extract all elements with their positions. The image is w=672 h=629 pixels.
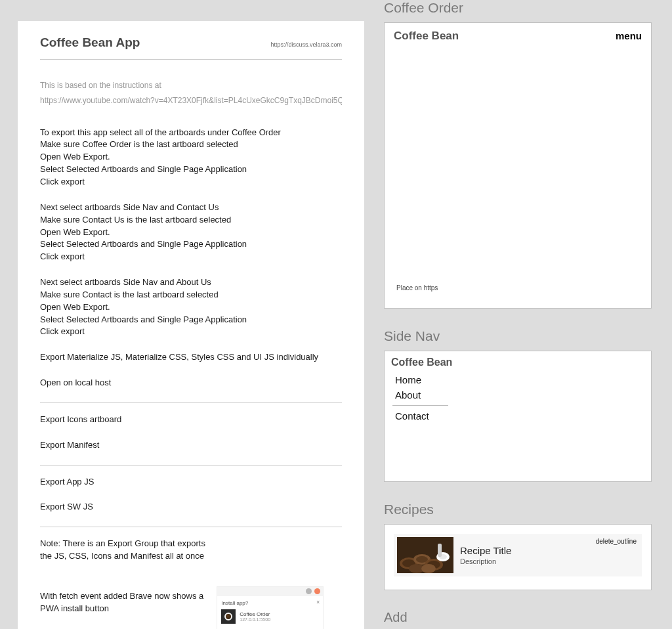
step-line: Export App JS (40, 476, 342, 488)
artboard-side-nav[interactable]: Coffee Bean Home About Contact (384, 351, 652, 482)
app-name: Coffee Order (240, 611, 270, 617)
doc-title: Coffee Bean App (40, 35, 140, 50)
artboard-coffee-order[interactable]: Coffee Bean menu Place on https (384, 22, 652, 309)
step-line: Open Web Export. (40, 301, 342, 314)
recipe-title: Recipe Title (460, 545, 511, 556)
step-line: Select Selected Artboards and Single Pag… (40, 238, 342, 251)
sidenav-item-about[interactable]: About (391, 387, 644, 402)
export-manifest: Export Manifest (40, 439, 342, 452)
divider (40, 527, 342, 527)
artboard-label-recipes: Recipes (384, 502, 653, 517)
browser-icon (306, 588, 312, 594)
intro-block: This is based on the instructions at htt… (40, 78, 342, 108)
export-sw-js: Export SW JS (40, 501, 342, 513)
step-line: Select Selected Artboards and Single Pag… (40, 314, 342, 326)
export-app-js: Export App JS (40, 476, 342, 488)
svg-point-11 (421, 564, 436, 573)
artboard-label-side-nav: Side Nav (384, 328, 653, 344)
install-question: Install app? (221, 600, 319, 606)
recipe-card[interactable]: Recipe Title Description delete_outline (394, 534, 642, 576)
pwa-row: With fetch event added Brave now shows a… (40, 590, 342, 629)
step-line: Open Web Export. (40, 227, 342, 239)
delete-icon[interactable]: delete_outline (596, 538, 637, 545)
artboard-recipes[interactable]: Recipe Title Description delete_outline (384, 524, 652, 590)
step-line: Open Web Export. (40, 151, 342, 163)
step-line: Export Manifest (40, 439, 342, 452)
browser-icon (314, 588, 320, 594)
step-line: Open on local host (40, 377, 342, 389)
doc-link[interactable]: https://discuss.velara3.com (270, 41, 342, 48)
instructions-document: Coffee Bean App https://discuss.velara3.… (18, 21, 364, 629)
pwa-install-screenshot: × Install app? Coffee Order 127.0.0.1:55… (217, 586, 324, 629)
step-block-1: To export this app select all of the art… (40, 127, 342, 188)
pwa-text: With fetch event added Brave now shows a… (40, 590, 203, 615)
recipe-description: Description (460, 557, 511, 565)
step-block-2: Next select artboards Side Nav and Conta… (40, 202, 342, 263)
note-line: Note: There is an Export Group that expo… (40, 538, 211, 550)
app-header: Coffee Bean menu (394, 30, 642, 43)
step-block-3: Next select artboards Side Nav and About… (40, 276, 342, 338)
step-line: Click export (40, 326, 342, 338)
steps-section: To export this app select all of the art… (40, 127, 342, 389)
step-line: Export Materialize JS, Materialize CSS, … (40, 351, 342, 364)
step-line: Next select artboards Side Nav and About… (40, 276, 342, 289)
recipe-text: Recipe Title Description (460, 545, 511, 565)
sidenav-divider (392, 405, 448, 406)
close-icon[interactable]: × (316, 599, 320, 605)
sidenav-item-home[interactable]: Home (391, 372, 644, 387)
step-line: Export Icons artboard (40, 414, 342, 426)
artboards-column: Coffee Order Coffee Bean menu Place on h… (384, 0, 653, 629)
app-info-row: Coffee Order 127.0.0.1:5500 (221, 609, 319, 624)
menu-button[interactable]: menu (616, 30, 642, 41)
step-line: To export this app select all of the art… (40, 127, 342, 139)
note-block: Note: There is an Export Group that expo… (40, 538, 211, 563)
export-icons: Export Icons artboard (40, 414, 342, 426)
step-block-4: Export Materialize JS, Materialize CSS, … (40, 351, 342, 364)
step-line: Click export (40, 251, 342, 263)
app-title: Coffee Bean (394, 30, 459, 43)
step-line: Select Selected Artboards and Single Pag… (40, 163, 342, 176)
intro-url[interactable]: https://www.youtube.com/watch?v=4XT23X0F… (40, 93, 342, 108)
app-address: 127.0.0.1:5500 (240, 617, 270, 622)
step-line: With fetch event added Brave now shows a (40, 590, 203, 603)
sidenav-title: Coffee Bean (391, 357, 644, 368)
place-on-https-label: Place on https (396, 284, 438, 292)
step-line: Make sure Contact is the last artboard s… (40, 289, 342, 301)
app-icon (221, 609, 236, 624)
step-line: Make sure Contact Us is the last artboar… (40, 214, 342, 227)
step-line: Export SW JS (40, 501, 342, 513)
step-block-5: Open on local host (40, 377, 342, 389)
artboard-label-coffee-order: Coffee Order (384, 0, 653, 16)
install-popup: × Install app? Coffee Order 127.0.0.1:55… (217, 596, 323, 629)
divider (40, 402, 342, 403)
sidenav-item-contact[interactable]: Contact (391, 408, 644, 423)
divider (40, 465, 342, 466)
step-line: PWA install button (40, 603, 203, 615)
svg-rect-10 (438, 544, 442, 557)
browser-toolbar (217, 587, 323, 596)
step-line: Click export (40, 176, 342, 188)
step-line: Make sure Coffee Order is the last artbo… (40, 139, 342, 151)
intro-text: This is based on the instructions at (40, 78, 342, 93)
doc-header: Coffee Bean App https://discuss.velara3.… (40, 35, 342, 60)
coffee-bean-icon (224, 613, 232, 620)
artboard-label-add: Add (384, 610, 653, 625)
step-line: Next select artboards Side Nav and Conta… (40, 202, 342, 214)
note-line: the JS, CSS, Icons and Manifest all at o… (40, 550, 211, 563)
recipe-image (397, 537, 453, 573)
